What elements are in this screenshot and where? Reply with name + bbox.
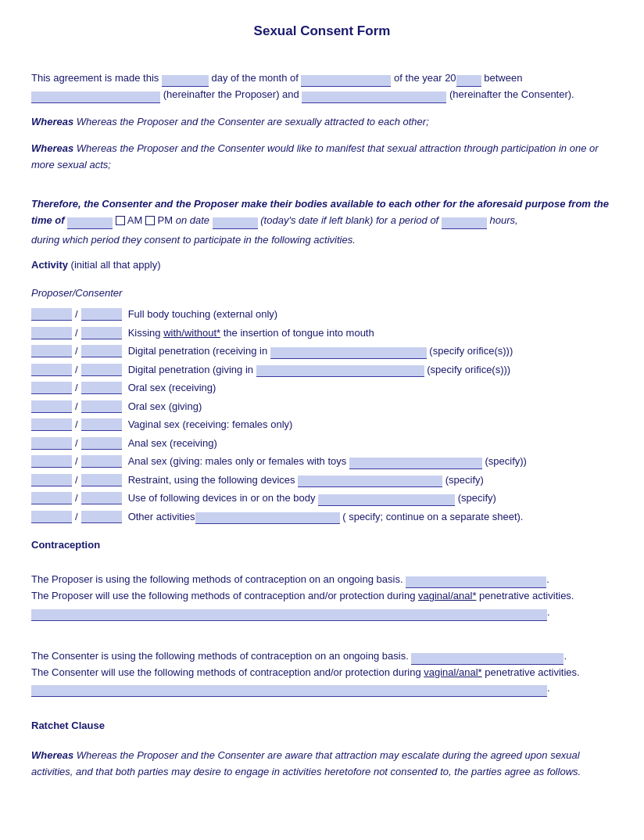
proposer-name-field[interactable] [31,92,160,103]
initials-group: / [31,380,122,396]
contraception-title: Contraception [31,539,613,551]
am-checkbox[interactable] [116,216,125,225]
activity-row: / Oral sex (giving) [31,399,613,415]
proposer-consenter-label: Proposer/Consenter [31,287,613,299]
intro-text-4: of the year 20 [394,72,456,84]
activity-row: / Other activities ( specify; continue o… [31,509,613,525]
date-field[interactable] [213,217,258,229]
pm-checkbox[interactable] [145,216,155,225]
pm-checkbox-group: PM [145,214,176,226]
other-field[interactable] [195,512,340,524]
activity-text: Full body touching (external only) [128,307,613,322]
activity-row: / Kissing with/without* the insertion of… [31,325,613,341]
devices-field[interactable] [318,494,455,506]
period-field[interactable] [442,217,487,229]
activity-row: / Restraint, using the following devices… [31,472,613,488]
consenter-initial-field[interactable] [81,492,122,504]
am-label: AM [127,214,143,226]
consenter-initial-field[interactable] [81,308,122,321]
proposer-initial-field[interactable] [31,364,72,376]
activity-text: Oral sex (giving) [128,399,613,415]
proposer-contraception: The Proposer is using the following meth… [31,572,613,620]
pm-label: PM [158,214,174,226]
activity-row: / Digital penetration (receiving in (spe… [31,343,613,359]
consenter-initial-field[interactable] [81,455,122,468]
initials-group: / [31,343,122,359]
activity-row: / Oral sex (receiving) [31,380,613,396]
consenter-initial-field[interactable] [81,382,122,394]
orifice-field[interactable] [270,347,427,359]
month-field[interactable] [301,75,391,87]
consenter-contraception: The Consenter is using the following met… [31,648,613,697]
proposer-initial-field[interactable] [31,492,72,504]
consenter-initial-field[interactable] [81,437,122,450]
proposer-initial-field[interactable] [31,345,72,357]
ratchet-text: Whereas Whereas the Proposer and the Con… [31,748,613,781]
intro-text-6: (hereinafter the Proposer) and [163,88,302,100]
ratchet-title: Ratchet Clause [31,720,613,731]
activity-list: / Full body touching (external only) / K… [31,307,613,524]
therefore-paragraph: Therefore, the Consenter and the Propose… [31,196,613,229]
activity-text: Anal sex (giving: males only or females … [128,454,613,469]
consenter-initial-field[interactable] [81,400,122,413]
intro-text-7: (hereinafter the Consenter). [449,88,574,100]
restraint-field[interactable] [298,476,442,487]
proposer-initial-field[interactable] [31,474,72,486]
initials-group: / [31,490,122,506]
consenter-initial-field[interactable] [81,418,122,431]
activity-text: Oral sex (receiving) [128,380,613,396]
time-field[interactable] [67,217,113,229]
orifice-field[interactable] [256,365,424,377]
consenter-name-field[interactable] [302,92,446,103]
consenter-initial-field[interactable] [81,364,122,376]
activity-text: Restraint, using the following devices (… [128,472,613,488]
intro-text-5: between [484,72,522,84]
intro-paragraph: This agreement is made this day of the m… [31,70,613,103]
intro-text-3: day of the month of [212,72,299,84]
proposer-initial-field[interactable] [31,308,72,321]
activity-text: Kissing with/without* the insertion of t… [128,325,613,341]
initials-group: / [31,436,122,451]
year-field[interactable] [456,75,481,87]
activity-row: / Digital penetration (giving in (specif… [31,362,613,378]
proposer-initial-field[interactable] [31,437,72,450]
initials-group: / [31,417,122,433]
toys-field[interactable] [349,458,482,469]
activity-row: / Anal sex (giving: males only or female… [31,454,613,469]
proposer-initial-field[interactable] [31,455,72,468]
activity-row: / Full body touching (external only) [31,307,613,322]
proposer-initial-field[interactable] [31,400,72,413]
initials-group: / [31,325,122,341]
therefore-text-2: on date [176,214,213,226]
proposer-initial-field[interactable] [31,511,72,523]
activity-row: / Anal sex (receiving) [31,436,613,451]
proposer-initial-field[interactable] [31,382,72,394]
proposer-initial-field[interactable] [31,418,72,431]
initials-group: / [31,399,122,415]
consenter-initial-field[interactable] [81,474,122,486]
consenter-ongoing-field[interactable] [411,653,564,665]
proposer-initial-field[interactable] [31,327,72,339]
therefore-text-3: (today's date if left blank) for a perio… [260,214,442,226]
whereas-2: Whereas Whereas the Proposer and the Con… [31,141,613,174]
consenter-during-field[interactable] [31,685,547,697]
proposer-ongoing-field[interactable] [406,576,546,588]
therefore-text-4: hours, [489,214,517,226]
initials-group: / [31,307,122,322]
activity-text: Digital penetration (giving in (specify … [128,362,613,378]
proposer-during-field[interactable] [31,609,547,621]
therefore-end: during which period they consent to part… [31,232,613,249]
activity-text: Vaginal sex (receiving: females only) [128,417,613,433]
activity-text: Other activities ( specify; continue on … [128,509,613,525]
intro-text-1: This agreement is made this [31,72,159,84]
day-field[interactable] [162,75,209,87]
consenter-initial-field[interactable] [81,327,122,339]
activity-row: / Use of following devices in or on the … [31,490,613,506]
whereas-1: Whereas Whereas the Proposer and the Con… [31,114,613,131]
initials-group: / [31,362,122,378]
activity-text: Digital penetration (receiving in (speci… [128,343,613,359]
consenter-initial-field[interactable] [81,511,122,523]
activity-title: Activity (initial all that apply) [31,259,613,271]
initials-group: / [31,454,122,469]
consenter-initial-field[interactable] [81,345,122,357]
